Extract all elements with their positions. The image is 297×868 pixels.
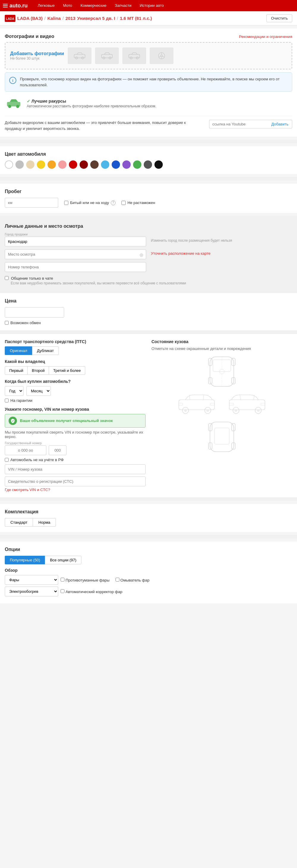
- nav-link-legkovye[interactable]: Легковые: [33, 0, 59, 11]
- complect-norma-btn[interactable]: Норма: [33, 518, 56, 527]
- breadcrumb-sep3: /: [117, 16, 118, 21]
- washer-check: Омыватель фар: [115, 578, 150, 582]
- nav-link-commercial[interactable]: Коммерческие: [76, 0, 111, 11]
- help-icon[interactable]: ?: [111, 200, 115, 205]
- color-swatch-white[interactable]: [5, 160, 13, 169]
- location-icon: ◎: [140, 252, 143, 257]
- guarantee-checkbox[interactable]: [5, 399, 9, 402]
- body-condition-title: Состояние кузова: [152, 339, 292, 344]
- owner-first-btn[interactable]: Первый: [5, 366, 28, 375]
- color-swatch-burgundy[interactable]: [80, 160, 88, 169]
- owner-second-btn[interactable]: Второй: [28, 366, 49, 375]
- svg-rect-24: [209, 377, 212, 384]
- price-input-row: ₽ ∨: [5, 307, 64, 318]
- photos-title: Фотографии и видео: [5, 34, 54, 39]
- chat-only-checkbox[interactable]: [5, 276, 9, 280]
- washer-checkbox[interactable]: [115, 578, 119, 582]
- fog-lights-checkbox[interactable]: [61, 578, 64, 582]
- photo-slot-2[interactable]: [95, 48, 119, 64]
- city-input[interactable]: [5, 237, 146, 246]
- youtube-input[interactable]: [209, 120, 268, 128]
- svg-point-19: [16, 105, 19, 108]
- owner-third-btn[interactable]: Третий и более: [49, 366, 85, 375]
- gosnomer-input-main[interactable]: [5, 445, 46, 455]
- where-vin-link[interactable]: Где смотреть VIN и СТС?: [5, 488, 50, 492]
- pts-original-btn[interactable]: Оригинал: [5, 346, 32, 355]
- color-swatch-beige[interactable]: [26, 160, 34, 169]
- owner-btn-group: Первый Второй Третий и более: [5, 366, 145, 375]
- chat-note: Если вам неудобно принимать звонки покуп…: [11, 281, 292, 285]
- inspection-input[interactable]: [5, 249, 146, 259]
- customs-checkbox[interactable]: [122, 201, 126, 205]
- color-swatch-black[interactable]: [155, 160, 163, 169]
- corrector-checkbox[interactable]: [61, 589, 64, 593]
- svg-point-41: [235, 409, 237, 412]
- clear-button[interactable]: Очистить: [266, 14, 292, 22]
- mileage-title: Пробег: [5, 189, 292, 194]
- year-link[interactable]: 2013: [65, 16, 75, 21]
- fog-lights-check: Противотуманные фары: [61, 578, 110, 582]
- nav-link-moto[interactable]: Мото: [59, 0, 76, 11]
- vin-badge-text: Ваше объявление получит специальный знач…: [20, 418, 113, 424]
- options-tab-popular[interactable]: Популярные (50): [5, 556, 45, 564]
- color-swatch-orange[interactable]: [48, 160, 56, 169]
- model-link[interactable]: Kalina: [47, 16, 61, 21]
- color-swatch-yellow[interactable]: [37, 160, 45, 169]
- pts-btn-group: Оригинал Дубликат: [5, 346, 145, 355]
- best-angles-title: Лучшие ракурсы: [27, 99, 156, 103]
- pts-duplicate-btn[interactable]: Дубликат: [32, 346, 59, 355]
- svg-rect-23: [232, 358, 235, 366]
- chat-section: Общение только в чате Если вам неудобно …: [5, 275, 292, 285]
- complect-standard-btn[interactable]: Стандарт: [5, 518, 33, 527]
- logo[interactable]: auto.ru: [3, 3, 28, 9]
- photos-upload-area[interactable]: Добавить фотографии Не более 30 штук: [5, 42, 292, 69]
- add-video-button[interactable]: Добавить: [268, 120, 292, 128]
- guarantee-label: На гарантии: [10, 398, 32, 403]
- svg-rect-48: [232, 424, 235, 431]
- gosnomer-input-region[interactable]: [49, 445, 66, 455]
- vin-input[interactable]: [5, 464, 145, 474]
- exchange-checkbox[interactable]: [5, 321, 9, 325]
- nav-link-stories[interactable]: Истории авто: [135, 0, 168, 11]
- photo-slot-3[interactable]: [123, 48, 146, 64]
- phone-row: [5, 262, 292, 272]
- photo-slot-4[interactable]: [150, 48, 173, 64]
- color-swatch-red[interactable]: [69, 160, 77, 169]
- photo-slot-1[interactable]: [68, 48, 91, 64]
- body-link[interactable]: Универсал 5 дв. I: [77, 16, 115, 21]
- stc-input[interactable]: [5, 476, 145, 486]
- heating-select[interactable]: Электрообогрев: [5, 587, 58, 596]
- brand-link[interactable]: LADA (ВАЗ): [17, 16, 43, 21]
- color-swatch-light-blue[interactable]: [101, 160, 109, 169]
- color-swatch-silver[interactable]: [16, 160, 24, 169]
- phone-input[interactable]: [5, 262, 146, 272]
- personal-section: Личные данные и место осмотра Город прод…: [0, 219, 297, 289]
- car-placeholder-icon-1: [73, 51, 86, 60]
- steering-wheel-icon: [155, 51, 168, 60]
- svg-rect-43: [229, 403, 234, 405]
- color-swatch-purple[interactable]: [123, 160, 131, 169]
- map-link[interactable]: Уточнить расположение на карте: [151, 251, 292, 256]
- not-rf-checkbox[interactable]: [5, 458, 9, 462]
- nav-link-parts[interactable]: Запчасти: [111, 0, 136, 11]
- photos-section: Фотографии и видео Рекомендации и ограни…: [0, 28, 297, 137]
- hamburger-menu[interactable]: [3, 4, 8, 7]
- color-swatch-green[interactable]: [133, 160, 141, 169]
- options-tab-all[interactable]: Все опции (97): [45, 556, 81, 564]
- year-select[interactable]: Год: [5, 386, 24, 396]
- color-swatch-pink[interactable]: [58, 160, 66, 169]
- svg-rect-51: [214, 428, 229, 444]
- price-input[interactable]: [5, 308, 64, 317]
- color-swatch-dark-gray[interactable]: [144, 160, 152, 169]
- body-condition-block: Состояние кузова Отметьте на схеме окраш…: [152, 339, 292, 492]
- mileage-input[interactable]: [5, 198, 58, 208]
- rec-link[interactable]: Рекомендации и ограничения: [239, 34, 292, 39]
- color-swatch-brown[interactable]: [90, 160, 99, 169]
- broken-checkbox[interactable]: [64, 201, 68, 205]
- broken-check-row: Битый или не на ходу ?: [64, 200, 115, 205]
- month-select[interactable]: Месяц: [26, 386, 51, 396]
- color-swatch-blue[interactable]: [112, 160, 120, 169]
- phone-field-wrap: [5, 262, 146, 272]
- engine-link[interactable]: 1.6 МТ (81 л.с.): [120, 16, 152, 21]
- headlights-select[interactable]: Фары: [5, 575, 58, 585]
